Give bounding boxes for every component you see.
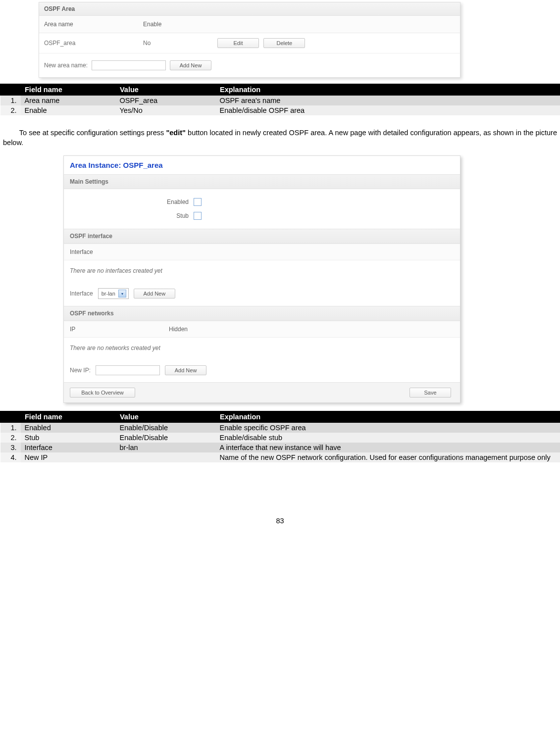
header-hidden: Hidden — [169, 326, 188, 333]
field-table-2: Field name Value Explanation 1. Enabled … — [0, 411, 560, 462]
table-row: 3. Interface br-lan A interface that new… — [0, 443, 560, 452]
cell-field: Interface — [21, 443, 116, 452]
new-ip-input[interactable] — [96, 365, 160, 375]
section-main-settings: Main Settings — [64, 174, 460, 189]
cell-value: Enable/Disable — [116, 423, 216, 433]
cell-num: 2. — [0, 105, 21, 115]
header-ip: IP — [70, 326, 169, 333]
page-number: 83 — [0, 517, 560, 525]
body-paragraph: To see at specific configuration setting… — [3, 128, 557, 148]
main-settings-form: Enabled Stub — [64, 189, 460, 229]
cell-field: New IP — [21, 452, 116, 462]
ospf-area-header-row: Area name Enable — [39, 16, 460, 33]
table-header-row: Field name Value Explanation — [0, 411, 560, 423]
new-area-name-label: New area name: — [44, 62, 88, 69]
table-row: 1. Area name OSPF_area OSPF area's name — [0, 96, 560, 106]
add-new-button[interactable]: Add New — [170, 60, 211, 70]
ospf-area-footer: New area name: Add New — [39, 53, 460, 77]
cell-explanation: Name of the new OSPF network configurati… — [216, 452, 560, 462]
ospf-area-title: OSPF Area — [39, 2, 460, 16]
area-instance-title: Area Instance: OSPF_area — [64, 156, 460, 174]
new-ip-inline-row: New IP: Add New — [64, 358, 460, 382]
cell-value: Enable/Disable — [116, 433, 216, 443]
cell-explanation: OSPF area's name — [216, 96, 560, 106]
interface-inline-row: Interface br-lan ▾ Add New — [64, 281, 460, 306]
section-ospf-networks: OSPF networks — [64, 306, 460, 321]
label-stub: Stub — [70, 212, 194, 219]
cell-field: Area name — [21, 96, 116, 106]
checkbox-stub[interactable] — [194, 212, 202, 220]
cell-field: Enabled — [21, 423, 116, 433]
network-add-new-button[interactable]: Add New — [165, 365, 206, 375]
th-value: Value — [116, 411, 216, 423]
th-explanation: Explanation — [216, 411, 560, 423]
cell-num: 3. — [0, 443, 21, 452]
interface-select-value: br-lan — [102, 291, 115, 297]
header-interface: Interface — [64, 244, 460, 260]
th-num — [0, 411, 21, 423]
cell-field: Enable — [21, 105, 116, 115]
form-row-enabled: Enabled — [70, 195, 454, 209]
msg-no-networks: There are no networks created yet — [64, 338, 460, 358]
body-text-bold: "edit" — [166, 129, 186, 137]
cell-num: 4. — [0, 452, 21, 462]
interface-add-new-button[interactable]: Add New — [134, 289, 175, 299]
table-row: 1. Enabled Enable/Disable Enable specifi… — [0, 423, 560, 433]
cell-explanation: Enable/disable stub — [216, 433, 560, 443]
cell-value: OSPF_area — [116, 96, 216, 106]
row-area-name: OSPF_area — [44, 40, 143, 47]
chevron-down-icon: ▾ — [118, 290, 126, 298]
cell-value: br-lan — [116, 443, 216, 452]
label-interface: Interface — [70, 290, 93, 297]
ospf-area-row: OSPF_area No Edit Delete — [39, 33, 460, 53]
table-row: 2. Enable Yes/No Enable/disable OSPF are… — [0, 105, 560, 115]
th-value: Value — [116, 84, 216, 96]
back-to-overview-button[interactable]: Back to Overview — [70, 388, 135, 398]
cell-explanation: A interface that new instance will have — [216, 443, 560, 452]
table-row: 4. New IP Name of the new OSPF network c… — [0, 452, 560, 462]
msg-no-interfaces: There are no interfaces created yet — [64, 260, 460, 281]
cell-explanation: Enable specific OSPF area — [216, 423, 560, 433]
body-text-before: To see at specific configuration setting… — [19, 129, 166, 137]
th-field: Field name — [21, 411, 116, 423]
th-explanation: Explanation — [216, 84, 560, 96]
new-area-name-input[interactable] — [92, 60, 166, 70]
section-ospf-interface: OSPF interface — [64, 229, 460, 244]
header-enable: Enable — [143, 21, 217, 28]
table-header-row: Field name Value Explanation — [0, 84, 560, 96]
bottom-bar: Back to Overview Save — [64, 382, 460, 402]
row-enable-value: No — [143, 40, 217, 47]
cell-num: 1. — [0, 423, 21, 433]
interface-select[interactable]: br-lan ▾ — [98, 288, 129, 299]
form-row-stub: Stub — [70, 209, 454, 223]
edit-button[interactable]: Edit — [217, 38, 259, 48]
networks-header-row: IP Hidden — [64, 321, 460, 338]
delete-button[interactable]: Delete — [263, 38, 305, 48]
save-button[interactable]: Save — [409, 388, 451, 398]
cell-value: Yes/No — [116, 105, 216, 115]
cell-field: Stub — [21, 433, 116, 443]
cell-explanation: Enable/disable OSPF area — [216, 105, 560, 115]
field-table-1: Field name Value Explanation 1. Area nam… — [0, 84, 560, 115]
label-new-ip: New IP: — [70, 367, 91, 374]
th-num — [0, 84, 21, 96]
header-area-name: Area name — [44, 21, 143, 28]
cell-value — [116, 452, 216, 462]
cell-num: 1. — [0, 96, 21, 106]
label-enabled: Enabled — [70, 199, 194, 205]
area-instance-panel: Area Instance: OSPF_area Main Settings E… — [63, 155, 460, 403]
ospf-area-panel: OSPF Area Area name Enable OSPF_area No … — [39, 2, 460, 78]
checkbox-enabled[interactable] — [194, 198, 202, 206]
table-row: 2. Stub Enable/Disable Enable/disable st… — [0, 433, 560, 443]
th-field: Field name — [21, 84, 116, 96]
cell-num: 2. — [0, 433, 21, 443]
